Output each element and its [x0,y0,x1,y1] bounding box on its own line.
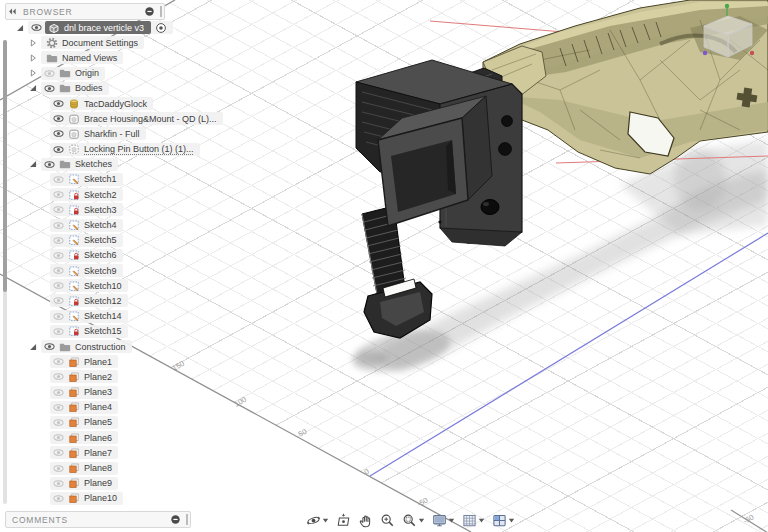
visibility-eye-off-icon[interactable] [52,463,65,474]
grid-and-snaps-icon [462,513,477,528]
visibility-eye-off-icon[interactable] [52,235,65,246]
visibility-eye-off-icon[interactable] [52,311,65,322]
visibility-eye-off-icon[interactable] [52,220,65,231]
item-label: Sketch12 [84,296,122,306]
plane-icon [68,356,80,368]
browser-row-sketch4[interactable]: Sketch4 [0,217,223,232]
browser-row-sketch14[interactable]: Sketch14 [0,309,223,324]
visibility-eye-off-icon[interactable] [52,189,65,200]
browser-row-plane9[interactable]: Plane9 [0,476,223,491]
browser-row-sharkfin-full[interactable]: Sharkfin - Full [0,126,223,141]
grid-and-snaps-button[interactable] [462,513,485,528]
visibility-eye-off-icon[interactable] [52,402,65,413]
browser-row-brace-housing-mount-qd-l[interactable]: Brace Housing&Mount - QD (L)... [0,111,223,126]
visibility-eye-icon[interactable] [52,128,65,139]
expander-open-icon[interactable] [28,342,38,352]
fit-button[interactable] [402,513,425,528]
browser-row-document-settings[interactable]: Document Settings [0,35,223,50]
visibility-eye-off-icon[interactable] [52,356,65,367]
selected-item-pill[interactable]: dnl brace verticle v3 [45,21,151,34]
browser-row-sketch1[interactable]: Sketch1 [0,172,223,187]
activate-component-radio[interactable] [155,22,167,34]
visibility-eye-off-icon[interactable] [52,432,65,443]
expander-closed-icon[interactable] [28,68,38,78]
item-label: Sketch1 [84,174,117,184]
browser-row-bodies[interactable]: Bodies [0,81,223,96]
expander-open-icon[interactable] [28,83,38,93]
caret-down-icon[interactable] [448,517,455,524]
pan-button[interactable] [358,513,373,528]
expander-closed-icon[interactable] [28,38,38,48]
minimize-panel-icon[interactable] [144,6,155,17]
browser-panel-title: BROWSER [23,7,144,17]
visibility-eye-off-icon[interactable] [52,204,65,215]
caret-down-icon[interactable] [478,517,485,524]
browser-row-sketch3[interactable]: Sketch3 [0,202,223,217]
viewports-button[interactable] [492,513,515,528]
model-qd-knob [481,200,499,215]
model-brace-arm[interactable] [362,206,432,338]
browser-row-sketch15[interactable]: Sketch15 [0,324,223,339]
folder-icon [59,82,71,94]
visibility-eye-icon[interactable] [43,83,56,94]
panel-edge-handle[interactable] [160,6,162,17]
browser-row-plane7[interactable]: Plane7 [0,445,223,460]
minimize-comments-icon[interactable] [170,514,181,525]
zoom-button[interactable] [380,513,395,528]
display-settings-button[interactable] [432,513,455,528]
item-label: Named Views [62,53,117,63]
visibility-eye-off-icon[interactable] [52,447,65,458]
visibility-eye-off-icon[interactable] [52,295,65,306]
visibility-eye-off-icon[interactable] [43,68,56,79]
visibility-eye-off-icon[interactable] [52,265,65,276]
browser-row-origin[interactable]: Origin [0,66,223,81]
comments-panel-header[interactable]: COMMENTS [5,511,191,528]
visibility-eye-icon[interactable] [43,341,56,352]
caret-down-icon[interactable] [508,517,515,524]
browser-row-plane6[interactable]: Plane6 [0,430,223,445]
visibility-eye-icon[interactable] [30,22,43,33]
expander-open-icon[interactable] [28,159,38,169]
visibility-eye-off-icon[interactable] [52,280,65,291]
visibility-eye-off-icon[interactable] [52,371,65,382]
visibility-eye-off-icon[interactable] [52,417,65,428]
visibility-eye-icon[interactable] [52,113,65,124]
visibility-eye-off-icon[interactable] [52,250,65,261]
expander-open-icon[interactable] [15,23,25,33]
visibility-eye-off-icon[interactable] [52,493,65,504]
visibility-eye-off-icon[interactable] [52,478,65,489]
expander-closed-icon[interactable] [28,53,38,63]
browser-row-plane4[interactable]: Plane4 [0,400,223,415]
browser-row-tacdaddyglock[interactable]: TacDaddyGlock [0,96,223,111]
browser-row-plane1[interactable]: Plane1 [0,354,223,369]
browser-row-named-views[interactable]: Named Views [0,50,223,65]
browser-row-plane8[interactable]: Plane8 [0,460,223,475]
browser-row-plane2[interactable]: Plane2 [0,369,223,384]
browser-row-sketch10[interactable]: Sketch10 [0,278,223,293]
browser-row-plane5[interactable]: Plane5 [0,415,223,430]
browser-row-sketch6[interactable]: Sketch6 [0,248,223,263]
browser-panel-header[interactable]: BROWSER [5,3,165,20]
visibility-eye-icon[interactable] [52,98,65,109]
visibility-eye-off-icon[interactable] [52,326,65,337]
browser-row-plane10[interactable]: Plane10 [0,491,223,506]
visibility-eye-icon[interactable] [52,144,65,155]
collapse-panel-icon[interactable] [6,6,17,17]
browser-row-sketch5[interactable]: Sketch5 [0,233,223,248]
browser-row-sketches[interactable]: Sketches [0,157,223,172]
look-at-button[interactable] [336,513,351,528]
caret-down-icon[interactable] [418,517,425,524]
browser-row-plane3[interactable]: Plane3 [0,385,223,400]
browser-row-sketch9[interactable]: Sketch9 [0,263,223,278]
visibility-eye-off-icon[interactable] [52,387,65,398]
browser-row-dnl-brace-verticle-v3[interactable]: dnl brace verticle v3 [0,20,223,35]
visibility-eye-off-icon[interactable] [52,174,65,185]
browser-row-locking-pin-button-1-1[interactable]: Locking Pin Button (1) (1)... [0,142,223,157]
comments-edge-handle[interactable] [186,514,188,525]
caret-down-icon[interactable] [322,517,329,524]
orbit-button[interactable] [306,513,329,528]
visibility-eye-icon[interactable] [43,159,56,170]
browser-row-sketch2[interactable]: Sketch2 [0,187,223,202]
browser-row-sketch12[interactable]: Sketch12 [0,293,223,308]
browser-row-construction[interactable]: Construction [0,339,223,354]
